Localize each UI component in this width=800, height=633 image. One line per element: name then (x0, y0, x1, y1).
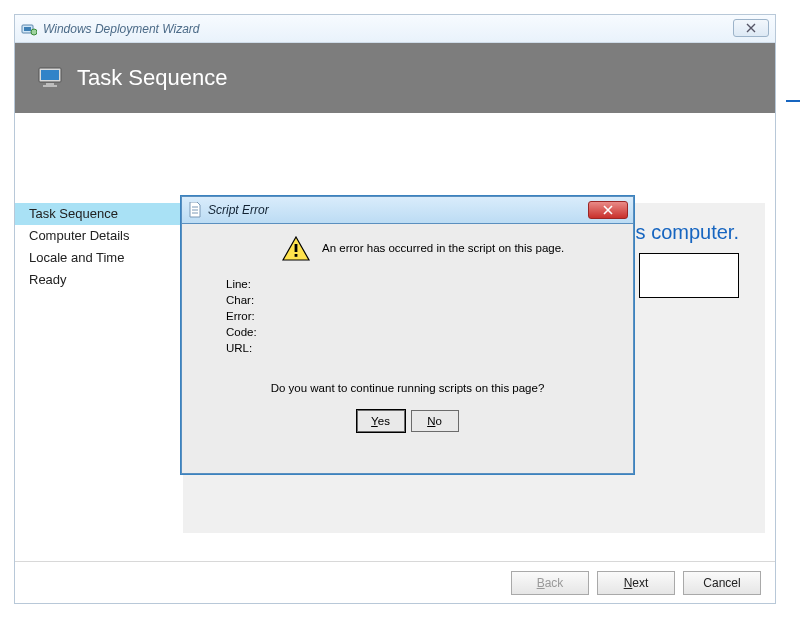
svg-rect-4 (41, 70, 59, 80)
text-input-fragment[interactable] (639, 253, 739, 298)
back-label-rest: ack (545, 576, 564, 590)
error-label: Error: (226, 308, 257, 324)
sidebar-item-label: Ready (29, 272, 67, 287)
sidebar-item-locale-and-time[interactable]: Locale and Time (15, 247, 183, 269)
app-icon (21, 21, 37, 37)
wizard-banner: Task Sequence (15, 43, 775, 113)
svg-rect-5 (46, 83, 54, 85)
error-details: Line: Char: Error: Code: URL: (226, 276, 257, 356)
sidebar-item-label: Locale and Time (29, 250, 124, 265)
yes-button[interactable]: Yes (357, 410, 405, 432)
banner-title: Task Sequence (77, 65, 227, 91)
close-icon (745, 21, 757, 36)
dialog-body: An error has occurred in the script on t… (181, 224, 634, 474)
url-label: URL: (226, 340, 257, 356)
no-button[interactable]: No (411, 410, 459, 432)
decorative-line (786, 100, 800, 102)
wizard-title: Windows Deployment Wizard (43, 22, 200, 36)
close-icon (602, 203, 614, 218)
dialog-button-row: Yes No (182, 410, 633, 432)
monitor-icon (37, 67, 65, 89)
line-label: Line: (226, 276, 257, 292)
sidebar-item-ready[interactable]: Ready (15, 269, 183, 291)
char-label: Char: (226, 292, 257, 308)
wizard-titlebar[interactable]: Windows Deployment Wizard (15, 15, 775, 43)
wizard-close-button[interactable] (733, 19, 769, 37)
cancel-button[interactable]: Cancel (683, 571, 761, 595)
svg-rect-8 (295, 254, 298, 257)
dialog-message: An error has occurred in the script on t… (322, 242, 564, 254)
svg-point-2 (31, 29, 37, 35)
warning-icon (282, 236, 310, 262)
dialog-close-button[interactable] (588, 201, 628, 219)
next-label-rest: ext (632, 576, 648, 590)
wizard-sidebar: Task Sequence Computer Details Locale an… (15, 203, 183, 291)
cancel-label: Cancel (703, 576, 740, 590)
sidebar-item-computer-details[interactable]: Computer Details (15, 225, 183, 247)
next-button[interactable]: Next (597, 571, 675, 595)
code-label: Code: (226, 324, 257, 340)
back-button: Back (511, 571, 589, 595)
svg-rect-6 (43, 85, 57, 87)
wizard-button-row: Back Next Cancel (15, 561, 775, 603)
script-error-dialog: Script Error An error has occurred in th… (180, 195, 635, 475)
document-icon (188, 202, 202, 218)
sidebar-item-task-sequence[interactable]: Task Sequence (15, 203, 183, 225)
dialog-title: Script Error (208, 203, 269, 217)
svg-rect-7 (295, 244, 298, 252)
dialog-prompt: Do you want to continue running scripts … (182, 382, 633, 394)
sidebar-item-label: Task Sequence (29, 206, 118, 221)
svg-rect-1 (24, 27, 31, 31)
sidebar-item-label: Computer Details (29, 228, 129, 243)
dialog-titlebar[interactable]: Script Error (181, 196, 634, 224)
